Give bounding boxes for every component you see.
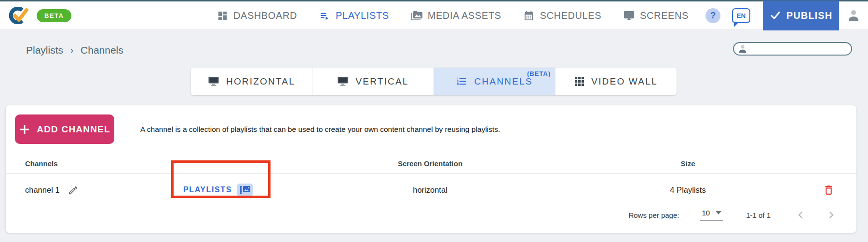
orientation-tabs: HORIZONTAL VERTICAL (BETA) CHANNELS VIDE… [191,68,677,95]
grid-icon [574,76,584,86]
size-cell: 4 Playlists [575,185,801,195]
language-button[interactable]: EN [732,8,750,23]
tab-label: HORIZONTAL [226,76,295,87]
trash-icon [823,184,835,196]
person-icon [737,43,748,54]
breadcrumb-separator-icon: › [70,45,73,56]
check-icon [770,10,781,21]
column-header-orientation: Screen Orientation [285,159,575,168]
actions-cell [801,184,856,196]
table-header-row: Channels Screen Orientation Size [6,154,856,174]
main-nav: DASHBOARD PLAYLISTS MEDIA ASSETS SCHEDUL… [206,1,700,29]
tab-vertical[interactable]: VERTICAL [312,68,434,95]
tab-channels[interactable]: (BETA) CHANNELS [434,68,555,95]
add-channel-label: ADD CHANNEL [37,124,110,135]
vertical-monitor-icon [337,76,349,86]
help-button[interactable]: ? [705,8,720,23]
rows-per-page-value: 10 [702,209,710,217]
logo-area[interactable]: BETA [7,7,71,24]
nav-item-schedules[interactable]: SCHEDULES [512,1,612,29]
column-header-size: Size [575,159,801,168]
publish-button[interactable]: PUBLISH [763,0,839,30]
column-header-channels: Channels [6,159,150,168]
playlists-link-label: PLAYLISTS [183,185,232,194]
tab-label: CHANNELS [474,76,532,87]
media-assets-icon [411,10,422,21]
delete-channel-button[interactable] [823,184,835,196]
pager-controls [794,208,838,222]
tab-beta-label: (BETA) [527,70,551,77]
language-label: EN [737,12,746,19]
tab-video-wall[interactable]: VIDEO WALL [555,68,677,95]
user-menu-button[interactable] [839,8,868,23]
orientation-cell: horizontal [285,185,575,195]
nav-item-label: SCREENS [640,10,689,21]
nav-item-label: MEDIA ASSETS [428,10,502,21]
pagination-bar: Rows per page: 10 1-1 of 1 [6,197,856,233]
nav-item-media-assets[interactable]: MEDIA ASSETS [400,1,513,29]
top-navbar: BETA DASHBOARD PLAYLISTS MEDIA ASSETS SC… [0,0,868,30]
search-box[interactable] [733,42,852,56]
tab-horizontal[interactable]: HORIZONTAL [191,68,312,95]
publish-label: PUBLISH [787,10,832,21]
user-avatar-icon [846,8,861,23]
numbered-list-icon [456,76,467,87]
chevron-left-icon [794,208,807,222]
nav-item-dashboard[interactable]: DASHBOARD [206,1,308,29]
edit-channel-button[interactable] [68,185,79,196]
app-logo-icon [7,7,29,24]
nav-item-label: DASHBOARD [233,10,297,21]
channel-name: channel 1 [25,185,60,195]
chevron-right-icon [825,208,838,222]
channel-name-cell: channel 1 [6,185,150,196]
breadcrumb-playlists[interactable]: Playlists [26,44,63,56]
previous-page-button[interactable] [794,208,807,222]
chevron-down-icon [716,211,721,214]
calendar-icon [523,10,534,21]
playlists-cell: PLAYLISTS [150,184,285,197]
channels-card: ADD CHANNEL A channel is a collection of… [6,105,856,233]
playlists-icon [319,10,330,21]
plus-icon [19,124,30,135]
tab-label: VIDEO WALL [591,76,657,87]
next-page-button[interactable] [825,208,838,222]
search-input[interactable] [748,43,851,55]
dashboard-icon [217,10,228,21]
question-mark-icon: ? [710,10,716,21]
add-channel-button[interactable]: ADD CHANNEL [15,114,114,144]
nav-item-playlists[interactable]: PLAYLISTS [308,1,400,29]
breadcrumb-channels: Channels [81,44,123,56]
nav-item-screens[interactable]: SCREENS [612,1,700,29]
pagination-range: 1-1 of 1 [746,211,771,219]
nav-item-label: SCHEDULES [540,10,601,21]
breadcrumb: Playlists › Channels [26,44,123,56]
media-burst-icon [237,184,253,197]
horizontal-monitor-icon [208,76,219,86]
card-toolbar: ADD CHANNEL A channel is a collection of… [6,105,856,144]
rows-per-page-select[interactable]: 10 [700,209,723,221]
monitor-icon [624,10,635,21]
channel-description: A channel is a collection of playlists t… [140,125,500,134]
pencil-icon [68,185,79,196]
rows-per-page-label: Rows per page: [628,211,679,219]
tab-label: VERTICAL [355,76,408,87]
playlists-link[interactable]: PLAYLISTS [183,184,253,197]
nav-item-label: PLAYLISTS [336,10,389,21]
beta-badge: BETA [37,9,71,22]
